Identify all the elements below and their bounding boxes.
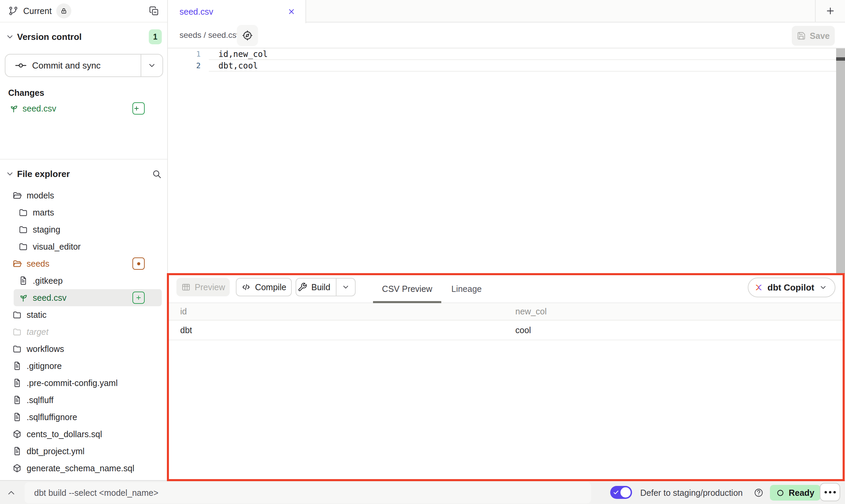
code-line[interactable]: 2dbt,cool	[168, 60, 836, 72]
changed-file-name: seed.csv	[23, 104, 56, 114]
file-item-marts[interactable]: marts	[0, 204, 167, 221]
toggle-knob	[620, 487, 631, 498]
editor-scrollbar[interactable]	[836, 48, 845, 274]
results-panel-highlighted: Preview Compile Build CSV Preview Lineag…	[167, 273, 845, 481]
line-text: dbt,cool	[218, 60, 258, 72]
file-item-.gitignore[interactable]: .gitignore	[0, 357, 167, 374]
file-item-.gitkeep[interactable]: .gitkeep	[0, 272, 167, 289]
tab-lineage[interactable]: Lineage	[439, 275, 494, 302]
file-explorer-header[interactable]: File explorer	[0, 166, 167, 182]
commit-and-sync-button[interactable]: Commit and sync	[5, 54, 163, 77]
defer-help-button[interactable]	[754, 488, 764, 498]
file-item-label: seed.csv	[33, 293, 67, 303]
tab-seed-csv[interactable]: seed.csv	[168, 0, 306, 23]
scrollbar-thumb[interactable]	[836, 57, 845, 61]
file-item-label: staging	[33, 225, 60, 235]
question-icon	[754, 488, 764, 498]
file-item-label: .sqlfluff	[27, 395, 54, 405]
file-icon	[12, 361, 22, 371]
table-icon	[181, 282, 191, 292]
changes-heading: Changes	[8, 88, 44, 98]
branch-name[interactable]: Current	[23, 6, 52, 16]
line-number: 2	[168, 60, 201, 72]
command-input[interactable]: dbt build --select <model_name>	[25, 482, 591, 503]
file-item-label: cents_to_dollars.sql	[27, 429, 102, 439]
dbt-copilot-icon	[755, 283, 763, 292]
chevron-up-icon	[6, 488, 16, 498]
file-icon	[12, 378, 22, 388]
file-item-workflows[interactable]: workflows	[0, 340, 167, 357]
search-icon	[152, 169, 162, 179]
new-tab-button[interactable]	[815, 0, 845, 22]
file-item-label: seeds	[27, 259, 49, 269]
line-number: 1	[168, 48, 201, 60]
changed-file-row[interactable]: seed.csv	[0, 101, 167, 116]
save-button[interactable]: Save	[792, 26, 835, 46]
command-placeholder: dbt build --select <model_name>	[34, 488, 158, 498]
file-item-.sqlfluffignore[interactable]: .sqlfluffignore	[0, 409, 167, 426]
commit-main[interactable]: Commit and sync	[5, 55, 141, 76]
expand-console-button[interactable]	[6, 488, 16, 498]
file-item-label: .gitignore	[27, 361, 62, 371]
file-item-label: workflows	[27, 344, 64, 354]
dbt-copilot-button[interactable]: dbt Copilot	[748, 278, 835, 297]
file-item-label: dbt_project.yml	[27, 446, 85, 456]
file-item-models[interactable]: models	[0, 187, 167, 204]
chevron-down-icon	[819, 283, 827, 292]
file-item-staging[interactable]: staging	[0, 221, 167, 238]
table-cell: dbt	[180, 321, 192, 340]
file-item-generate_schema_name.sql[interactable]: generate_schema_name.sql	[0, 460, 167, 477]
file-item-cents_to_dollars.sql[interactable]: cents_to_dollars.sql	[0, 426, 167, 443]
file-item-label: .pre-commit-config.yaml	[27, 378, 118, 388]
file-tree: modelsmartsstagingvisual_editorseeds.git…	[0, 187, 167, 477]
file-search-button[interactable]	[152, 169, 162, 179]
explore-button[interactable]	[237, 25, 258, 46]
file-item-label: target	[27, 327, 48, 337]
file-icon	[12, 395, 22, 405]
file-item-target[interactable]: target	[0, 323, 167, 340]
file-item-seed.csv[interactable]: seed.csv	[14, 289, 162, 306]
version-control-header[interactable]: Version control 1	[0, 29, 167, 45]
compile-button[interactable]: Compile	[236, 278, 292, 296]
file-item-.pre-commit-config.yaml[interactable]: .pre-commit-config.yaml	[0, 374, 167, 391]
folder-icon	[12, 310, 22, 320]
tab-close-button[interactable]	[287, 7, 296, 16]
tab-csv-preview[interactable]: CSV Preview	[373, 275, 441, 302]
file-item-.sqlfluff[interactable]: .sqlfluff	[0, 391, 167, 409]
file-item-label: marts	[33, 208, 54, 218]
build-button[interactable]: Build	[296, 279, 332, 296]
code-icon	[241, 282, 251, 292]
build-label: Build	[311, 282, 330, 292]
code-editor[interactable]: 1id,new_col2dbt,cool	[168, 48, 836, 274]
code-line[interactable]: 1id,new_col	[168, 48, 836, 60]
preview-label: Preview	[195, 282, 225, 292]
dot-icon	[137, 262, 140, 265]
defer-toggle[interactable]	[610, 486, 632, 499]
chevron-down-icon[interactable]	[5, 32, 14, 41]
table-row: dbtcool	[169, 321, 843, 340]
file-icon	[12, 412, 22, 422]
file-item-dbt_project.yml[interactable]: dbt_project.yml	[0, 443, 167, 460]
modified-folder-indicator	[132, 257, 145, 270]
folder-open-icon	[12, 191, 22, 200]
lock-icon	[60, 7, 68, 15]
file-item-label: generate_schema_name.sql	[27, 463, 134, 473]
file-item-seeds[interactable]: seeds	[0, 255, 167, 272]
chevron-down-icon	[342, 283, 350, 291]
table-cell: cool	[515, 321, 531, 340]
file-icon	[18, 276, 28, 285]
added-file-indicator	[132, 292, 145, 304]
commit-options-button[interactable]	[141, 55, 162, 76]
build-split-button[interactable]: Build	[296, 278, 356, 296]
dbt-cloud-ide: Current Version control 1 Commit and syn…	[0, 0, 845, 504]
preview-button[interactable]: Preview	[176, 278, 230, 296]
git-branch-icon	[8, 6, 18, 16]
file-item-visual_editor[interactable]: visual_editor	[0, 238, 167, 255]
duplicate-button[interactable]	[149, 6, 159, 16]
file-item-static[interactable]: static	[0, 306, 167, 323]
status-badge[interactable]: Ready	[770, 485, 820, 501]
chevron-down-icon[interactable]	[5, 169, 14, 178]
tab-strip: seed.csv	[168, 0, 845, 23]
overflow-menu-button[interactable]	[820, 483, 840, 501]
build-options-button[interactable]	[336, 279, 355, 296]
